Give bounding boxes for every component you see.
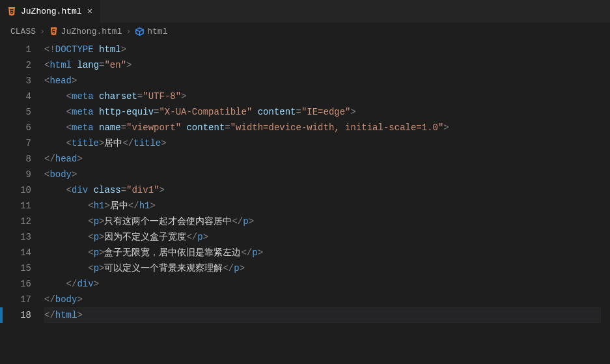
code-editor[interactable]: 123456789101112131415161718 <!DOCTYPE ht… — [0, 40, 610, 364]
line-number: 10 — [0, 182, 31, 198]
scrollbar[interactable] — [601, 40, 610, 364]
line-number: 1 — [0, 42, 31, 57]
breadcrumb-label: html — [147, 27, 167, 36]
code-line[interactable]: </body> — [44, 292, 601, 307]
code-line[interactable]: <h1>居中</h1> — [44, 198, 601, 214]
breadcrumb-folder[interactable]: CLASS — [10, 27, 36, 36]
tab-close-button[interactable]: × — [86, 5, 94, 18]
line-number: 15 — [0, 260, 31, 276]
html-file-icon — [7, 7, 17, 17]
breadcrumb-file[interactable]: JuZhong.html — [49, 27, 122, 36]
code-area[interactable]: <!DOCTYPE html><html lang="en"><head> <m… — [44, 40, 601, 364]
code-line[interactable]: <head> — [44, 73, 601, 89]
code-line[interactable]: <p>可以定义一个背景来观察理解</p> — [44, 260, 601, 276]
code-line[interactable]: </div> — [44, 276, 601, 292]
code-line[interactable]: <div class="div1"> — [44, 182, 601, 198]
code-line[interactable]: <meta http-equiv="X-UA-Compatible" conte… — [44, 104, 601, 120]
line-number: 8 — [0, 151, 31, 167]
breadcrumb-label: JuZhong.html — [61, 27, 122, 36]
html-file-icon — [49, 27, 59, 36]
breadcrumbs: CLASS › JuZhong.html › html — [0, 23, 610, 40]
line-number: 9 — [0, 167, 31, 182]
line-number: 6 — [0, 120, 31, 135]
code-line[interactable]: <p>因为不定义盒子宽度</p> — [44, 229, 601, 245]
code-line[interactable]: </html> — [44, 307, 601, 323]
code-line[interactable]: <meta charset="UTF-8"> — [44, 89, 601, 104]
line-number: 16 — [0, 276, 31, 292]
tab-filename: JuZhong.html — [21, 7, 82, 16]
line-number: 14 — [0, 245, 31, 260]
line-number: 11 — [0, 198, 31, 214]
editor-tab[interactable]: JuZhong.html × — [0, 0, 101, 23]
code-line[interactable]: <!DOCTYPE html> — [44, 42, 601, 57]
line-number: 13 — [0, 229, 31, 245]
chevron-right-icon: › — [38, 27, 46, 36]
line-number: 5 — [0, 104, 31, 120]
code-line[interactable]: <html lang="en"> — [44, 57, 601, 73]
current-line-marker — [0, 307, 3, 323]
code-line[interactable]: <p>盒子无限宽，居中依旧是靠紧左边</p> — [44, 245, 601, 260]
tab-bar: JuZhong.html × — [0, 0, 610, 23]
line-number: 7 — [0, 135, 31, 151]
chevron-right-icon: › — [124, 27, 132, 36]
line-number: 2 — [0, 57, 31, 73]
breadcrumb-symbol[interactable]: html — [135, 27, 167, 36]
line-number: 12 — [0, 214, 31, 229]
line-number: 17 — [0, 292, 31, 307]
breadcrumb-label: CLASS — [10, 27, 36, 36]
line-number: 18 — [0, 307, 31, 323]
element-icon — [135, 27, 145, 36]
line-number: 4 — [0, 89, 31, 104]
line-number-gutter: 123456789101112131415161718 — [0, 40, 44, 364]
code-line[interactable]: <title>居中</title> — [44, 135, 601, 151]
code-line[interactable]: <body> — [44, 167, 601, 182]
line-number: 3 — [0, 73, 31, 89]
code-line[interactable]: </head> — [44, 151, 601, 167]
code-line[interactable]: <meta name="viewport" content="width=dev… — [44, 120, 601, 135]
code-line[interactable]: <p>只有这两个一起才会使内容居中</p> — [44, 214, 601, 229]
